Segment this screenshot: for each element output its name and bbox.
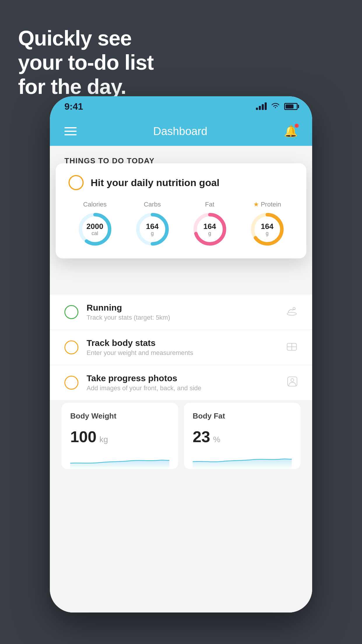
body-fat-card-title: Body Fat (193, 412, 292, 421)
body-stats-text: Track body stats Enter your weight and m… (87, 338, 278, 357)
carbs-donut: 164 g (135, 212, 170, 247)
body-weight-card: Body Weight 100 kg (61, 403, 178, 469)
fat-label: Fat (205, 201, 215, 208)
progress-cards: Body Weight 100 kg (61, 403, 301, 469)
hamburger-menu[interactable] (64, 127, 77, 135)
phone-screen: 9:41 (50, 96, 312, 612)
calories-label: Calories (83, 201, 107, 208)
todo-item-running[interactable]: Running Track your stats (target: 5km) (50, 295, 312, 330)
running-radio (64, 305, 78, 319)
fat-donut: 164 g (192, 212, 227, 247)
card-title-row: Hit your daily nutrition goal (68, 175, 294, 190)
signal-bars-icon (256, 103, 267, 110)
body-fat-card: Body Fat 23 % (184, 403, 301, 469)
running-title: Running (87, 303, 278, 313)
app-header: Dashboard 🔔 (50, 117, 312, 146)
protein-value: 164 g (261, 222, 273, 236)
card-title: Hit your daily nutrition goal (91, 177, 219, 188)
body-weight-value-row: 100 kg (70, 428, 169, 446)
status-time: 9:41 (64, 101, 83, 112)
hero-line1: Quickly see (18, 26, 154, 50)
carbs-value: 164 g (146, 222, 159, 236)
status-icons (256, 102, 298, 111)
body-weight-value: 100 (70, 428, 96, 446)
nutrition-carbs: Carbs 164 g (135, 201, 170, 247)
fat-value: 164 g (203, 222, 216, 236)
todo-item-photos[interactable]: Take progress photos Add images of your … (50, 365, 312, 400)
hero-line2: your to-do list (18, 50, 154, 75)
carbs-label: Carbs (144, 201, 161, 208)
body-fat-value-row: 23 % (193, 428, 292, 446)
photos-radio (64, 376, 78, 390)
body-stats-title: Track body stats (87, 338, 278, 348)
main-content: THINGS TO DO TODAY Hit your daily nutrit… (50, 146, 312, 612)
body-fat-chart (193, 452, 292, 469)
protein-label: Protein (261, 201, 281, 208)
body-fat-value: 23 (193, 428, 210, 446)
body-stats-radio (64, 340, 78, 354)
hero-text: Quickly see your to-do list for the day. (18, 26, 154, 99)
wifi-icon (271, 102, 280, 111)
todo-list: Running Track your stats (target: 5km) (50, 295, 312, 400)
battery-icon (284, 103, 298, 110)
photos-title: Take progress photos (87, 373, 279, 383)
todo-item-body-stats[interactable]: Track body stats Enter your weight and m… (50, 330, 312, 365)
photos-text: Take progress photos Add images of your … (87, 373, 279, 392)
nutrition-radio[interactable] (68, 175, 84, 190)
running-text: Running Track your stats (target: 5km) (87, 303, 278, 321)
protein-label-row: ★ Protein (253, 201, 281, 208)
person-icon (287, 376, 298, 389)
phone-mockup: 9:41 (50, 96, 312, 627)
running-subtitle: Track your stats (target: 5km) (87, 314, 278, 321)
nutrition-calories: Calories 2000 cal (78, 201, 113, 247)
protein-donut: 164 g (250, 212, 285, 247)
photos-subtitle: Add images of your front, back, and side (87, 384, 279, 392)
nutrition-circles: Calories 2000 cal (68, 201, 294, 247)
body-fat-unit: % (213, 435, 220, 444)
calories-value: 2000 cal (87, 222, 103, 236)
nutrition-fat: Fat 164 g (192, 201, 227, 247)
hero-line3: for the day. (18, 75, 154, 99)
nutrition-card: Hit your daily nutrition goal Calories (56, 163, 306, 258)
nutrition-protein: ★ Protein 164 g (250, 201, 285, 247)
calories-donut: 2000 cal (78, 212, 113, 247)
body-stats-subtitle: Enter your weight and measurements (87, 349, 278, 357)
scale-icon (286, 341, 298, 354)
notification-dot (295, 124, 299, 128)
body-weight-chart (70, 452, 169, 469)
star-icon: ★ (253, 201, 259, 208)
svg-point-14 (291, 379, 294, 382)
header-title: Dashboard (153, 125, 208, 138)
body-weight-unit: kg (99, 435, 108, 444)
running-icon (286, 306, 298, 318)
status-bar: 9:41 (50, 96, 312, 117)
svg-point-8 (287, 312, 296, 315)
body-weight-card-title: Body Weight (70, 412, 169, 421)
bell-icon[interactable]: 🔔 (284, 125, 298, 138)
